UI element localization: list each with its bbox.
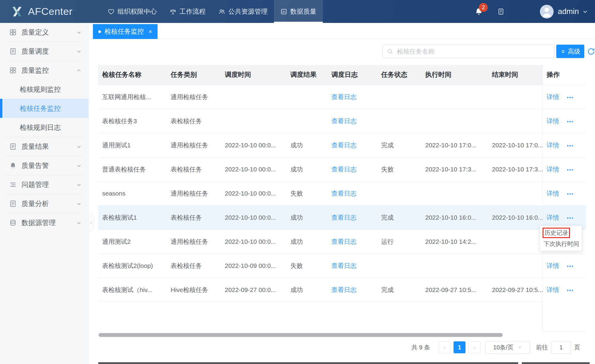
detail-link[interactable]: 详情 <box>547 93 559 100</box>
end-time-cell: 2022-09-27 10:5... <box>488 278 543 302</box>
annotation-highlight-box: 历史记录 <box>543 228 570 238</box>
nav-item-workflow[interactable]: 工作流程 <box>163 0 212 23</box>
detail-link[interactable]: 详情 <box>547 286 559 293</box>
exec-time-cell: 2022-10-10 17:0... <box>421 133 488 157</box>
advanced-search-button[interactable]: 高级 <box>556 45 584 58</box>
document-log-icon[interactable] <box>497 8 505 15</box>
sidebar-item-quality-monitor[interactable]: 质量监控 <box>0 61 88 80</box>
detail-link[interactable]: 详情 <box>547 118 559 124</box>
avatar[interactable] <box>540 5 554 18</box>
chevron-down-icon <box>76 163 82 169</box>
more-actions-button[interactable]: ••• <box>567 95 574 100</box>
detail-link[interactable]: 详情 <box>547 166 559 173</box>
schedule-time-cell: 2022-10-10 00:0... <box>221 181 286 205</box>
schedule-log-cell: 查看日志 <box>328 254 377 278</box>
nav-item-org-permission[interactable]: 组织权限中心 <box>101 0 163 23</box>
view-log-link[interactable]: 查看日志 <box>331 93 356 100</box>
view-log-link[interactable]: 查看日志 <box>331 190 356 197</box>
horizontal-scrollbar[interactable] <box>99 333 503 337</box>
sidebar-item-quality-analysis[interactable]: 质量分析 <box>0 194 88 213</box>
more-actions-button[interactable]: ••• <box>567 264 574 269</box>
task-status-cell: 运行 <box>377 229 421 254</box>
actions-cell: 详情••• <box>543 133 586 157</box>
search-input[interactable] <box>396 48 554 55</box>
more-actions-button[interactable]: ••• <box>567 288 574 293</box>
schedule-result-cell: 成功 <box>286 133 328 157</box>
view-log-link[interactable]: 查看日志 <box>331 214 356 221</box>
detail-link[interactable]: 详情 <box>547 190 559 197</box>
actions-cell: 详情••• <box>543 254 586 278</box>
exec-time-cell: 2022-10-10 16:0... <box>421 205 488 229</box>
column-header-4: 调度日志 <box>328 65 377 85</box>
page-size-select[interactable]: 10条/页 <box>485 341 530 354</box>
fixed-column-extension <box>543 302 586 332</box>
chevron-down-icon <box>76 144 82 150</box>
view-log-link[interactable]: 查看日志 <box>331 262 356 269</box>
end-time-cell <box>488 229 543 254</box>
schedule-time-cell: 2022-10-10 00:0... <box>221 205 286 229</box>
detail-link[interactable]: 详情 <box>547 262 559 269</box>
search-row: 高级 <box>382 45 595 58</box>
exec-time-cell <box>421 181 488 205</box>
task-category-cell: 通用检核任务 <box>167 229 221 254</box>
view-log-link[interactable]: 查看日志 <box>331 286 356 293</box>
view-log-link[interactable]: 查看日志 <box>331 142 356 149</box>
more-actions-button[interactable]: ••• <box>567 215 574 221</box>
more-actions-button[interactable]: ••• <box>567 119 574 124</box>
nav-item-public-resource[interactable]: 公共资源管理 <box>212 0 274 23</box>
goto-page-input[interactable] <box>551 341 571 354</box>
task-name-cell: 通用测试2 <box>98 229 167 254</box>
refresh-icon[interactable] <box>587 47 595 56</box>
sidebar-item-label: 质量分析 <box>21 199 76 208</box>
close-icon[interactable]: × <box>149 29 152 35</box>
sidebar-item-label: 问题管理 <box>21 180 76 189</box>
notifications-button[interactable]: 2 <box>474 7 483 16</box>
schedule-time-cell: 2022-09-27 00:0... <box>221 278 286 302</box>
task-status-cell <box>377 254 421 278</box>
bell-icon <box>9 162 17 170</box>
column-header-5: 任务状态 <box>377 65 421 85</box>
grid-icon <box>9 28 17 36</box>
sidebar-item-task-monitor[interactable]: 检核任务监控 <box>0 99 88 118</box>
sidebar-item-quality-definition[interactable]: 质量定义 <box>0 23 88 42</box>
window-bottom-edge <box>522 362 590 364</box>
task-category-cell: 通用检核任务 <box>167 181 221 205</box>
sidebar-item-quality-alert[interactable]: 质量告警 <box>0 156 88 175</box>
schedule-log-cell: 查看日志 <box>328 229 377 254</box>
current-page-button[interactable]: 1 <box>454 341 465 353</box>
view-log-link[interactable]: 查看日志 <box>331 166 356 173</box>
prev-page-button[interactable]: ‹ <box>439 341 451 353</box>
sidebar-item-datasource-management[interactable]: 数据源管理 <box>0 213 88 232</box>
table-row: 通用测试1通用检核任务2022-10-10 00:0...成功查看日志完成202… <box>98 133 586 157</box>
search-icon <box>387 48 393 55</box>
exec-time-cell: 2022-09-27 10:5... <box>421 278 488 302</box>
task-table-header-row: 检核任务名称任务类别调度时间调度结果调度日志任务状态执行时间结束时间操作 <box>98 65 586 85</box>
menu-item-history[interactable]: 历史记录 <box>540 227 582 238</box>
sidebar-item-label: 质量告警 <box>21 161 76 170</box>
sidebar-item-quality-result[interactable]: 质量结果 <box>0 137 88 156</box>
doc-icon <box>9 47 17 55</box>
more-actions-button[interactable]: ••• <box>567 191 574 196</box>
more-actions-button[interactable]: ••• <box>567 167 574 172</box>
schedule-log-cell: 查看日志 <box>328 181 377 205</box>
menu-item-next-exec-time[interactable]: 下次执行时间 <box>540 238 582 249</box>
sidebar-item-rule-log[interactable]: 检核规则日志 <box>0 118 88 137</box>
chevron-down-icon[interactable] <box>582 8 588 15</box>
tab-task-monitor[interactable]: 检核任务监控 × <box>93 24 158 39</box>
detail-link[interactable]: 详情 <box>547 142 559 149</box>
detail-link[interactable]: 详情 <box>547 214 559 221</box>
view-log-link[interactable]: 查看日志 <box>331 238 356 245</box>
username-label[interactable]: admin <box>558 7 579 16</box>
view-log-link[interactable]: 查看日志 <box>331 118 356 124</box>
double-chevron-down-icon <box>560 49 566 54</box>
menu-item-label: 历史记录 <box>544 229 568 236</box>
sidebar-collapse-handle[interactable]: ‹ <box>89 213 94 231</box>
exec-time-cell: 2022-10-10 14:2... <box>421 229 488 254</box>
end-time-cell: 2022-10-10 17:0... <box>488 133 543 157</box>
sidebar-item-quality-schedule[interactable]: 质量调度 <box>0 42 88 61</box>
next-page-button[interactable]: › <box>468 341 480 353</box>
more-actions-button[interactable]: ••• <box>567 143 574 148</box>
sidebar-item-issue-management[interactable]: 问题管理 <box>0 175 88 194</box>
sidebar-item-rule-monitor[interactable]: 检核规则监控 <box>0 80 88 99</box>
nav-item-data-quality[interactable]: 数据质量 <box>274 0 323 23</box>
